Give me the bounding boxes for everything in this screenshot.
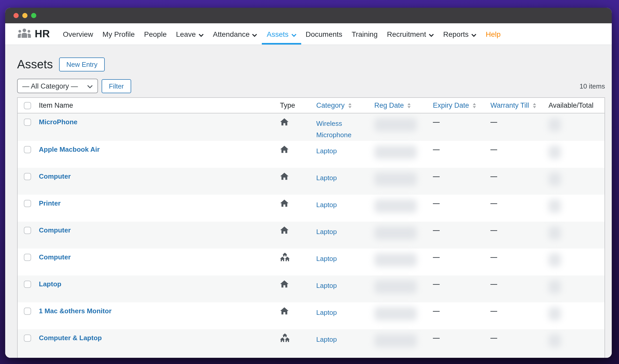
category-link[interactable]: Laptop — [316, 145, 337, 157]
chevron-down-icon — [252, 30, 257, 39]
nav-item-overview[interactable]: Overview — [58, 23, 98, 45]
warranty-till-value: — — [490, 253, 497, 261]
item-name-link[interactable]: MicroPhone — [39, 118, 78, 126]
category-filter-value: — All Category — — [22, 82, 78, 90]
home-icon — [280, 226, 289, 235]
column-header-type: Type — [275, 101, 312, 109]
item-name-link[interactable]: Apple Macbook Air — [39, 145, 100, 153]
expiry-date-value: — — [433, 334, 440, 342]
nav-item-attendance[interactable]: Attendance — [208, 23, 262, 45]
assets-table: Item Name Type Category Reg Date — [17, 97, 605, 358]
item-name-link[interactable]: Computer — [39, 253, 71, 261]
table-row: Computer & Laptop Laptop — — — [18, 329, 604, 358]
nav-item-documents[interactable]: Documents — [301, 23, 347, 45]
row-checkbox[interactable] — [24, 146, 31, 153]
sort-arrows-icon — [407, 103, 411, 108]
nav-item-reports[interactable]: Reports — [439, 23, 481, 45]
table-row: Computer Laptop — — — [18, 249, 604, 275]
macos-titlebar — [5, 8, 612, 23]
table-row: Printer Laptop — — — [18, 195, 604, 222]
redacted-reg-date — [374, 253, 417, 267]
category-link[interactable]: Laptop — [316, 226, 337, 238]
redacted-available-total — [548, 145, 561, 159]
nav-item-assets[interactable]: Assets — [262, 23, 301, 45]
filter-button[interactable]: Filter — [102, 79, 131, 93]
home-icon — [280, 199, 289, 208]
category-link[interactable]: Laptop — [316, 172, 337, 184]
expiry-date-value: — — [433, 280, 440, 288]
nav-item-people[interactable]: People — [139, 23, 171, 45]
select-all-checkbox[interactable] — [24, 102, 31, 109]
filter-toolbar: — All Category — Filter 10 items — [17, 79, 605, 93]
new-entry-button[interactable]: New Entry — [59, 57, 105, 71]
nav-item-training[interactable]: Training — [347, 23, 382, 45]
item-name-link[interactable]: Laptop — [39, 280, 61, 288]
column-header-warranty-till[interactable]: Warranty Till — [486, 101, 544, 109]
row-checkbox[interactable] — [24, 281, 31, 288]
table-row: MicroPhone Wireless Microphone — — — [18, 113, 604, 141]
multisite-icon — [280, 253, 290, 261]
chevron-down-icon — [87, 82, 93, 90]
nav-item-recruitment[interactable]: Recruitment — [382, 23, 439, 45]
redacted-reg-date — [374, 172, 417, 186]
warranty-till-value: — — [490, 307, 497, 315]
table-body: MicroPhone Wireless Microphone — — — [18, 113, 604, 358]
category-link[interactable]: Laptop — [316, 199, 337, 211]
expiry-date-value: — — [433, 145, 440, 153]
category-link[interactable]: Laptop — [316, 307, 337, 318]
chevron-down-icon — [471, 30, 476, 39]
category-filter-select[interactable]: — All Category — — [17, 79, 98, 93]
redacted-available-total — [548, 226, 561, 240]
column-header-reg-date[interactable]: Reg Date — [370, 101, 428, 109]
row-checkbox[interactable] — [24, 119, 31, 126]
redacted-reg-date — [374, 118, 417, 132]
redacted-reg-date — [374, 307, 417, 321]
items-count: 10 items — [580, 82, 605, 90]
row-checkbox[interactable] — [24, 173, 31, 180]
nav-item-my-profile[interactable]: My Profile — [98, 23, 139, 45]
item-name-link[interactable]: Printer — [39, 199, 61, 207]
row-checkbox[interactable] — [24, 200, 31, 207]
item-name-link[interactable]: Computer & Laptop — [39, 334, 102, 342]
nav-items: Overview My Profile People Leave Attenda… — [58, 23, 505, 45]
redacted-reg-date — [374, 280, 417, 294]
table-row: Computer Laptop — — — [18, 168, 604, 195]
category-link[interactable]: Laptop — [316, 253, 337, 265]
warranty-till-value: — — [490, 118, 497, 126]
warranty-till-value: — — [490, 334, 497, 342]
table-row: 1 Mac &others Monitor Laptop — — — [18, 302, 604, 329]
redacted-available-total — [548, 280, 561, 294]
nav-item-leave[interactable]: Leave — [171, 23, 208, 45]
column-header-category[interactable]: Category — [312, 101, 370, 109]
item-name-link[interactable]: 1 Mac &others Monitor — [39, 307, 111, 315]
close-window-button[interactable] — [13, 13, 19, 18]
column-header-expiry-date[interactable]: Expiry Date — [428, 101, 486, 109]
warranty-till-value: — — [490, 226, 497, 234]
category-link[interactable]: Laptop — [316, 334, 337, 345]
expiry-date-value: — — [433, 226, 440, 234]
multisite-icon — [280, 333, 290, 342]
minimize-window-button[interactable] — [22, 13, 27, 18]
zoom-window-button[interactable] — [31, 13, 36, 18]
nav-item-help[interactable]: Help — [481, 23, 505, 45]
home-icon — [280, 280, 289, 288]
row-checkbox[interactable] — [24, 334, 31, 342]
item-name-link[interactable]: Computer — [39, 226, 71, 234]
redacted-available-total — [548, 118, 561, 132]
row-checkbox[interactable] — [24, 254, 31, 261]
item-name-link[interactable]: Computer — [39, 172, 71, 180]
row-checkbox[interactable] — [24, 308, 31, 315]
sort-arrows-icon — [348, 103, 351, 108]
category-link[interactable]: Laptop — [316, 280, 337, 292]
chevron-down-icon — [429, 30, 434, 39]
redacted-reg-date — [374, 199, 417, 213]
category-link[interactable]: Wireless Microphone — [316, 118, 370, 141]
home-icon — [280, 307, 289, 315]
expiry-date-value: — — [433, 307, 440, 315]
chevron-down-icon — [198, 30, 203, 39]
page-title: Assets — [17, 57, 53, 71]
column-header-available-total: Available/Total — [544, 101, 604, 109]
row-checkbox[interactable] — [24, 227, 31, 234]
redacted-available-total — [548, 172, 561, 186]
redacted-available-total — [548, 199, 561, 213]
